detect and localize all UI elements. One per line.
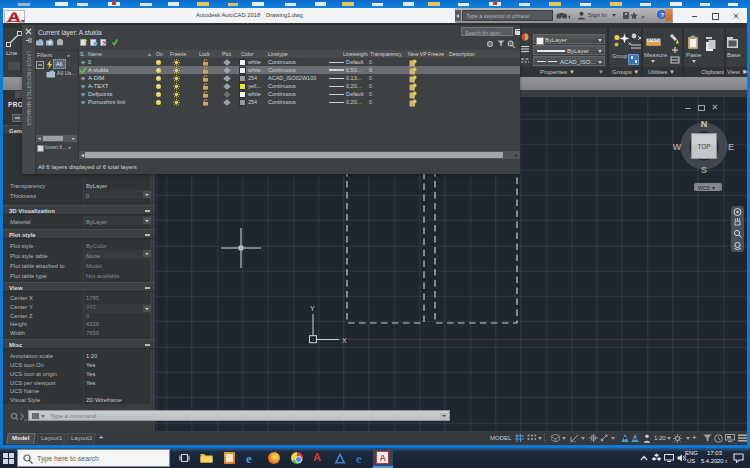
svg-text:W: W bbox=[673, 142, 682, 152]
svg-text:E: E bbox=[728, 142, 734, 152]
svg-text:N: N bbox=[701, 119, 708, 129]
svg-text:X: X bbox=[342, 337, 347, 344]
svg-text:Y: Y bbox=[310, 305, 315, 312]
svg-text:TOP: TOP bbox=[697, 143, 710, 150]
svg-text:S: S bbox=[701, 165, 707, 175]
